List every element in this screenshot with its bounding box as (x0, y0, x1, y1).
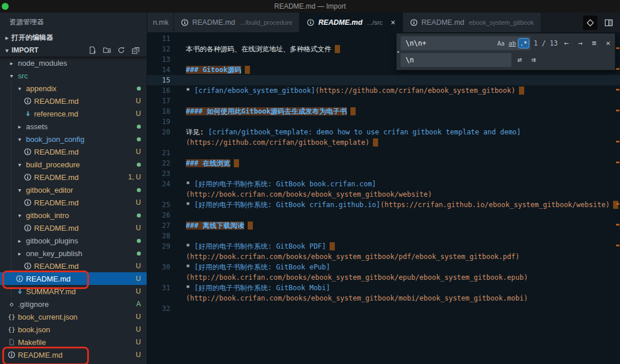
chevron-down-icon: ▾ (7, 73, 16, 79)
replace-input[interactable] (404, 55, 510, 65)
tree-item-label: node_modules (18, 59, 67, 67)
line-number: 13 (147, 54, 170, 65)
tree-file-reference.md[interactable]: reference.mdU (0, 107, 147, 120)
code-line[interactable]: 31* [好用的电子书制作系统: GitBook Mobi] (147, 283, 620, 293)
tree-folder-gitbook_plugins[interactable]: ▸gitbook_plugins (0, 234, 147, 247)
line-number: 23 (147, 168, 170, 179)
code-line[interactable]: 26 (147, 210, 620, 220)
readme-file-icon (410, 18, 418, 27)
find-in-selection-button[interactable]: ≡ (588, 37, 600, 49)
tree-file-README.md[interactable]: README.mdU (0, 348, 147, 361)
tree-file-README.md[interactable]: README.md1, U (0, 171, 147, 183)
tree-file-.gitignore[interactable]: ◇.gitignoreA (0, 298, 147, 310)
ruler-match-tick (616, 89, 619, 91)
tree-folder-assets[interactable]: ▸assets (0, 120, 147, 133)
code-line[interactable]: (http://book.crifan.com/books/ebook_syst… (147, 189, 620, 200)
code-line[interactable]: (http://book.crifan.com/books/ebook_syst… (147, 252, 620, 262)
open-editors-header[interactable]: ▸ 打开的编辑器 (0, 31, 147, 44)
code-line[interactable]: 27### 离线下载阅读 (147, 220, 620, 231)
tab-n.mk[interactable]: n.mk (147, 13, 174, 32)
tree-file-book_current.json[interactable]: {}book_current.jsonU (0, 310, 147, 323)
tree-file-README.md[interactable]: README.mdU (0, 260, 147, 272)
tree-folder-src[interactable]: ▾src (0, 69, 147, 82)
code-line[interactable]: 32 (147, 303, 620, 314)
close-tab-icon[interactable]: × (391, 18, 395, 27)
ruler-match-tick (616, 203, 619, 205)
replace-button[interactable]: ⇄ (514, 54, 525, 66)
code-line[interactable]: 23 (147, 168, 620, 179)
tree-item-label: README.md (34, 224, 79, 232)
editor-group: n.mkREADME.md.../build_procedureREADME.m… (147, 13, 620, 364)
open-preview-icon[interactable] (583, 16, 597, 30)
tree-item-label: reference.md (34, 110, 79, 118)
ruler-match-tick (616, 110, 619, 111)
tab-README.md-ebook_system_gitbook[interactable]: README.mdebook_system_gitbook (403, 13, 541, 32)
code-line[interactable]: 22### 在线浏览 (147, 158, 620, 168)
code-line[interactable]: (http://book.crifan.com/books/ebook_syst… (147, 272, 620, 283)
chevron-down-icon: ▾ (15, 212, 24, 219)
match-case-button[interactable]: Aa (495, 39, 506, 48)
code-line[interactable]: 21 (147, 148, 620, 158)
line-number (147, 252, 170, 262)
tree-file-README.md[interactable]: README.mdU (0, 222, 147, 234)
new-file-icon[interactable] (88, 46, 96, 54)
code-line[interactable]: (https://github.com/crifan/gitbook_templ… (147, 137, 620, 148)
tree-folder-gitbook_editor[interactable]: ▾gitbook_editor (0, 183, 147, 196)
code-line[interactable]: 15 (147, 75, 620, 85)
collapse-all-icon[interactable] (132, 46, 140, 54)
find-input-box: Aa ab .* (401, 36, 531, 50)
macos-traffic-light[interactable] (2, 3, 9, 10)
code-line[interactable]: 25* [好用的电子书制作系统: GitBook crifan.github.i… (147, 200, 620, 210)
chevron-down-icon: ▾ (15, 162, 24, 168)
tree-folder-book_json_config[interactable]: ▾book_json_config (0, 133, 147, 145)
close-find-button[interactable]: × (602, 37, 614, 49)
find-input[interactable] (404, 39, 495, 48)
tree-file-README.md[interactable]: README.mdU (0, 95, 147, 107)
tree-file-README.md[interactable]: README.mdU (0, 145, 147, 158)
refresh-icon[interactable] (117, 46, 125, 54)
tree-file-SUMMARY.md[interactable]: SUMMARY.mdU (0, 285, 147, 298)
regex-button[interactable]: .* (518, 39, 529, 48)
whole-word-button[interactable]: ab (507, 39, 518, 48)
explorer-sidebar: 资源管理器 ▸ 打开的编辑器 ▾ IMPORT ▸node_modules▾sr… (0, 13, 147, 364)
editor-pane[interactable]: 1112本书的各种源码、在线浏览地址、多种格式文件1314### Gitook源… (147, 32, 620, 364)
replace-all-button[interactable]: ⇉ (528, 54, 539, 66)
tree-file-book.json[interactable]: {}book.jsonU (0, 323, 147, 336)
previous-match-button[interactable]: ← (561, 37, 572, 49)
git-status-badge: U (136, 148, 141, 156)
tree-file-Makefile[interactable]: MakefileU (0, 336, 147, 348)
code-line[interactable]: (http://book.crifan.com/books/ebook_syst… (147, 293, 620, 303)
code-line[interactable]: 30* [好用的电子书制作系统: GitBook ePub] (147, 262, 620, 272)
find-match-highlight (519, 87, 524, 95)
code-line[interactable]: 19 (147, 117, 620, 127)
overview-ruler[interactable] (615, 32, 620, 364)
tree-item-label: appendix (26, 84, 57, 93)
tree-folder-one_key_publish[interactable]: ▸one_key_publish (0, 247, 147, 260)
tree-folder-build_procedure[interactable]: ▾build_procedure (0, 158, 147, 171)
git-status-badge: A (136, 300, 141, 308)
next-match-button[interactable]: → (574, 37, 586, 49)
code-line[interactable]: 29* [好用的电子书制作系统: GitBook PDF] (147, 241, 620, 252)
code-line[interactable]: 24* [好用的电子书制作系统: GitBook book.crifan.com… (147, 179, 620, 189)
tree-file-README.md[interactable]: README.mdU (0, 196, 147, 209)
code-line[interactable]: 28 (147, 231, 620, 241)
find-match-highlight (350, 107, 356, 115)
new-folder-icon[interactable] (103, 46, 111, 54)
tree-folder-gitbook_intro[interactable]: ▾gitbook_intro (0, 209, 147, 222)
tree-file-README.md[interactable]: README.mdU (0, 272, 147, 285)
split-editor-icon[interactable] (604, 18, 613, 27)
line-number: 27 (147, 220, 170, 231)
tab-README.md-...-build_procedure[interactable]: README.md.../build_procedure (174, 13, 300, 32)
code-line[interactable]: 20详见: [crifan/gitbook_template: demo how… (147, 127, 620, 137)
import-section-header[interactable]: ▾ IMPORT (0, 44, 147, 57)
tree-item-label: book_current.json (18, 313, 77, 321)
code-line[interactable]: 18#### 如何使用此Gitbook源码去生成发布为电子书 (147, 106, 620, 117)
tree-folder-node_modules[interactable]: ▸node_modules (0, 57, 147, 69)
line-number: 15 (147, 75, 170, 85)
window-title: README.md — Import (274, 2, 346, 10)
tab-bar: n.mkREADME.md.../build_procedureREADME.m… (147, 13, 620, 32)
tree-folder-appendix[interactable]: ▾appendix (0, 82, 147, 95)
code-line[interactable]: 16* [crifan/ebook_system_gitbook](https:… (147, 85, 620, 96)
code-line[interactable]: 17 (147, 96, 620, 106)
tab-README.md-...-src[interactable]: README.md.../src× (300, 13, 402, 32)
